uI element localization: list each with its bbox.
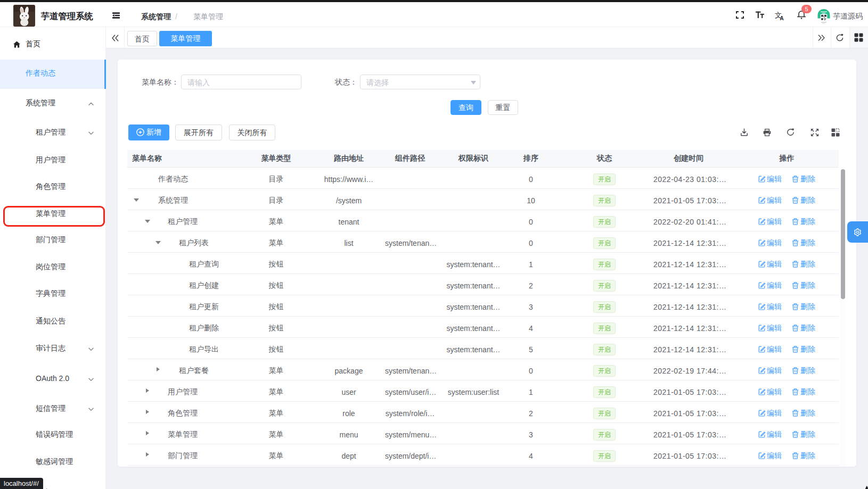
svg-text:A: A: [780, 15, 784, 21]
